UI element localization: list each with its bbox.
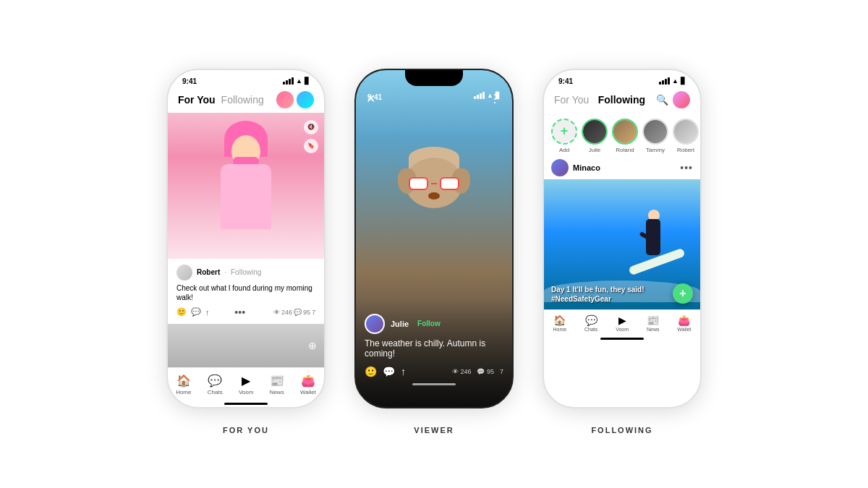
news-label-1: News: [270, 389, 284, 395]
post-more-3[interactable]: •••: [680, 162, 693, 174]
nav-following-1[interactable]: Following: [221, 94, 264, 106]
post-username-3[interactable]: Minaco: [573, 163, 680, 172]
phone-for-you: 9:41 ▲ ▊ For You Fol: [166, 69, 326, 408]
viewer-share-count: 7: [500, 368, 503, 375]
nav-chats-1[interactable]: 💬 Chats: [208, 374, 223, 395]
notch-2: [405, 70, 463, 86]
viewer-user-row: Julie Follow: [365, 314, 503, 334]
post-caption-1: Check out what I found during my morning…: [176, 283, 315, 302]
viewer-caption-2: The weather is chilly. Autumn is coming!: [365, 338, 503, 359]
woman-face: [231, 135, 260, 168]
nav-wallet-3[interactable]: 👛 Wallet: [677, 314, 691, 332]
wallet-label-3: Wallet: [677, 327, 691, 332]
chats-label-1: Chats: [208, 389, 223, 395]
phone-following-section: 9:41 ▲ ▊ For You: [542, 69, 702, 435]
home-icon-1: 🏠: [176, 374, 191, 388]
story-label-robert: Robert: [677, 147, 694, 153]
glass-right: [440, 177, 459, 190]
story-tammy[interactable]: Tammy: [642, 119, 668, 153]
more-icon-1[interactable]: •••: [234, 307, 245, 318]
phone3-header: For You Following 🔍: [544, 88, 700, 119]
story-avatar-roland: [613, 120, 637, 143]
viewer-emoji-icon[interactable]: 🙂: [365, 366, 377, 377]
nav-news-3[interactable]: 📰 News: [647, 314, 660, 332]
phone3-nav-row: For You Following 🔍: [554, 91, 690, 108]
nav-for-you-1[interactable]: For You: [178, 94, 216, 106]
glass-left: [409, 177, 428, 190]
close-icon-2[interactable]: ✕: [366, 93, 375, 105]
more-dots-icon-2[interactable]: ⋮: [489, 93, 502, 105]
story-add[interactable]: + Add: [551, 119, 577, 153]
story-julie[interactable]: Julie: [582, 119, 608, 153]
nav-chats-3[interactable]: 💬 Chats: [584, 314, 597, 332]
status-time-3: 9:41: [558, 77, 573, 85]
surf-bg: Day 1 It'll be fun, they said! #NeedSafe…: [544, 179, 700, 309]
story-avatar-robert: [674, 120, 697, 143]
next-post-preview-1: ⊕: [168, 324, 324, 367]
phone-following: 9:41 ▲ ▊ For You: [542, 69, 702, 408]
battery-icon-3: ▊: [681, 77, 686, 85]
home-bar-1: [224, 403, 268, 405]
search-icon-3[interactable]: 🔍: [656, 94, 668, 106]
story-robert[interactable]: Robert: [673, 119, 699, 153]
viewer-comment-count: 💬 95: [477, 368, 494, 375]
story-avatar-julie: [583, 120, 606, 143]
stories-row-3: + Add Julie Roland: [544, 119, 700, 159]
wifi-icon-3: ▲: [672, 77, 678, 85]
main-image-1: 🔇 🔖: [168, 113, 324, 259]
nav-home-1[interactable]: 🏠 Home: [176, 374, 191, 395]
phone-label-3: FOLLOWING: [591, 426, 652, 435]
nav-following-3[interactable]: Following: [598, 94, 645, 106]
status-icons-3: ▲ ▊: [659, 77, 686, 85]
poster-status-1[interactable]: Following: [231, 268, 261, 276]
post-actions-1: 🙂 💬 ↑ ••• 👁 246 💬 95 7: [176, 307, 315, 321]
story-add-label: Add: [559, 147, 569, 153]
nav-wallet-1[interactable]: 👛 Wallet: [300, 374, 316, 395]
signal-icon-1: [283, 77, 294, 85]
viewer-follow-btn[interactable]: Follow: [417, 320, 441, 328]
home-bar-3: [600, 338, 644, 340]
mute-icon[interactable]: 🔇: [304, 120, 318, 134]
nav-home-3[interactable]: 🏠 Home: [553, 314, 566, 332]
emoji-icon-1[interactable]: 🙂: [176, 307, 187, 317]
bottom-nav-1: 🏠 Home 💬 Chats ▶ Voom 📰 News: [168, 367, 324, 403]
nav-voom-3[interactable]: ▶ Voom: [616, 314, 629, 332]
save-icon[interactable]: 🔖: [304, 139, 318, 153]
poster-dot-1: ·: [224, 268, 226, 276]
home-bar-2: [412, 383, 456, 385]
header-avatar-blue[interactable]: [297, 91, 314, 108]
phones-container: 9:41 ▲ ▊ For You Fol: [152, 40, 716, 449]
story-ring-robert: [673, 119, 699, 145]
viewer-avatar-2: [365, 314, 385, 334]
counts-1: 👁 246 💬 95 7: [273, 309, 315, 316]
comment-icon-1[interactable]: 💬: [191, 307, 201, 317]
phone2-content: 9:41 ▲ ▊ ✕: [356, 70, 512, 407]
poster-name-1[interactable]: Robert: [197, 268, 220, 276]
share-icon-1[interactable]: ↑: [205, 308, 210, 317]
nav-news-1[interactable]: 📰 News: [270, 374, 284, 395]
voom-icon-1: ▶: [242, 374, 250, 388]
phone-viewer: 9:41 ▲ ▊ ✕: [354, 69, 514, 408]
fab-button-3[interactable]: +: [673, 283, 693, 304]
story-ring-julie: [582, 119, 608, 145]
preview-icon-1: ⊕: [308, 340, 317, 351]
surf-main-text: Day 1 It'll be fun, they said!: [551, 286, 644, 294]
story-label-tammy: Tammy: [646, 147, 665, 153]
dog-nose: [428, 192, 440, 200]
chats-label-3: Chats: [584, 327, 597, 332]
viewer-username-2[interactable]: Julie: [391, 320, 409, 328]
header-avatar-3[interactable]: [673, 91, 690, 108]
story-add-circle: +: [551, 119, 577, 145]
nav-voom-1[interactable]: ▶ Voom: [239, 374, 253, 395]
share-num-1: 7: [312, 309, 315, 316]
post-user-avatar-3: [551, 159, 569, 176]
nav-for-you-3[interactable]: For You: [554, 94, 589, 106]
woman-body: [221, 164, 271, 229]
home-label-3: Home: [553, 327, 566, 332]
story-ring-tammy: [642, 119, 668, 145]
surf-caption-text: Day 1 It'll be fun, they said! #NeedSafe…: [551, 285, 664, 304]
viewer-comment-icon[interactable]: 💬: [383, 366, 395, 377]
story-roland[interactable]: Roland: [612, 119, 638, 153]
viewer-share-icon[interactable]: ↑: [401, 366, 406, 377]
header-avatar-pink[interactable]: [276, 91, 294, 108]
